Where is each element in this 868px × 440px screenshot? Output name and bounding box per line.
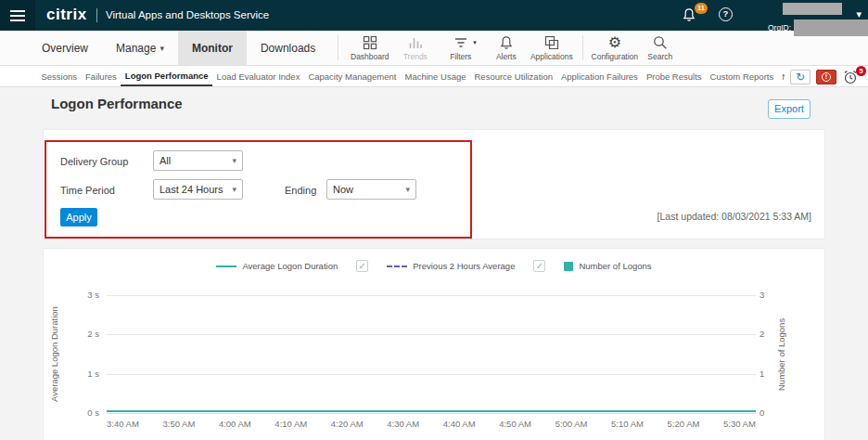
tab-machine-usage[interactable]: Machine Usage	[401, 66, 470, 86]
search-icon	[652, 34, 669, 51]
chevron-down-icon: ▾	[405, 185, 410, 194]
tab-logon-performance[interactable]: Logon Performance	[121, 66, 212, 86]
notifications-button[interactable]: 11	[681, 6, 699, 25]
y-tick-right: 3	[760, 290, 787, 300]
dashboard-button[interactable]: Dashboard	[347, 31, 392, 65]
trends-icon	[407, 34, 424, 51]
nav-item-overview[interactable]: Overview	[28, 31, 102, 65]
top-bar: citrix Virtual Apps and Desktops Service…	[0, 0, 868, 31]
nav-item-monitor[interactable]: Monitor	[178, 31, 247, 65]
y-tick-right: 0	[760, 408, 787, 418]
subnav-actions: ↻ ! 5	[785, 69, 861, 85]
tab-probe-results[interactable]: Probe Results	[642, 66, 706, 86]
exclamation-circle-icon: !	[822, 72, 831, 82]
x-tick-label: 5:30 AM	[723, 419, 756, 429]
legend-item-number-of-logons[interactable]: Number of Logons	[564, 261, 651, 271]
y-tick-left: 2 s	[60, 329, 99, 339]
help-button[interactable]: ?	[719, 7, 733, 21]
chevron-down-icon: ▾	[160, 44, 164, 53]
y-tick-left: 1 s	[60, 369, 99, 379]
filters-button[interactable]: ▾ Filters	[438, 31, 483, 65]
chevron-down-icon: ▾	[232, 185, 236, 194]
alarm-count-badge: 5	[856, 66, 866, 76]
x-tick-label: 3:40 AM	[107, 419, 139, 429]
x-tick-label: 5:20 AM	[668, 419, 700, 429]
hamburger-menu-icon[interactable]	[0, 0, 35, 31]
tab-failures[interactable]: Failures	[82, 66, 121, 86]
citrix-logo: citrix	[46, 6, 87, 24]
error-alert-button[interactable]: !	[816, 70, 836, 84]
org-id-row: OrgID:	[768, 19, 868, 36]
dashed-line-swatch-icon	[387, 265, 407, 267]
delivery-group-label: Delivery Group	[60, 156, 128, 167]
gridline	[107, 413, 756, 414]
nav-item-downloads[interactable]: Downloads	[247, 31, 329, 65]
solid-line-swatch-icon	[216, 265, 236, 267]
applications-button[interactable]: Applications	[529, 31, 574, 65]
alarm-alerts-button[interactable]: 5	[842, 69, 861, 85]
applications-icon	[543, 34, 560, 51]
x-tick-label: 5:10 AM	[611, 419, 644, 429]
monitor-sub-nav: Sessions Failures Logon Performance Load…	[0, 66, 868, 87]
tab-load-evaluator-index[interactable]: Load Evaluator Index	[212, 66, 304, 86]
time-period-value: Last 24 Hours	[160, 184, 223, 195]
time-period-select[interactable]: Last 24 Hours ▾	[153, 179, 243, 200]
x-tick-label: 4:30 AM	[387, 419, 419, 429]
trends-button[interactable]: Trends	[392, 31, 438, 65]
tab-custom-reports[interactable]: Custom Reports	[706, 66, 778, 86]
search-button[interactable]: Search	[637, 31, 683, 65]
legend-item-previous-2-hours[interactable]: Previous 2 Hours Average	[387, 261, 515, 271]
logon-performance-chart-panel: Average Logon Duration ✓ Previous 2 Hour…	[44, 249, 824, 440]
x-tick-label: 5:00 AM	[555, 419, 588, 429]
ending-value: Now	[333, 184, 353, 195]
y-tick-left: 0 s	[60, 408, 99, 418]
filters-icon: ▾	[453, 34, 469, 51]
redacted-account-box	[783, 3, 842, 15]
legend-checkbox-previous[interactable]: ✓	[533, 260, 545, 272]
gridline	[107, 295, 756, 296]
chevron-down-icon: ▾	[232, 156, 236, 165]
alerts-bell-icon	[498, 34, 515, 51]
tab-capacity-management[interactable]: Capacity Management	[304, 66, 401, 86]
dashboard-icon	[362, 34, 378, 51]
tab-sessions[interactable]: Sessions	[37, 66, 82, 86]
gridline	[107, 374, 756, 375]
nav-divider	[338, 35, 338, 60]
x-tick-label: 4:50 AM	[499, 419, 531, 429]
alerts-button[interactable]: Alerts	[483, 31, 529, 65]
tab-application-failures[interactable]: Application Failures	[556, 66, 642, 86]
x-tick-label: 4:40 AM	[443, 419, 476, 429]
legend-checkbox-average[interactable]: ✓	[356, 260, 368, 272]
check-icon: ✓	[359, 262, 366, 271]
gear-icon: ⚙	[608, 34, 621, 51]
ending-select[interactable]: Now ▾	[326, 179, 416, 200]
configuration-button[interactable]: ⚙ Configuration	[592, 31, 637, 65]
citrix-monitor-console: citrix Virtual Apps and Desktops Service…	[0, 0, 868, 440]
notification-count-badge: 11	[695, 3, 708, 14]
main-nav: Overview Manage▾ Monitor Downloads Dashb…	[0, 31, 868, 66]
legend-item-average-logon-duration[interactable]: Average Logon Duration	[216, 261, 338, 271]
y-axis-label-left: Average Logon Duration	[47, 295, 60, 414]
export-button[interactable]: Export	[768, 99, 811, 119]
y-axis-label-right: Number of Logons	[774, 295, 787, 414]
y-tick-right: 2	[760, 329, 787, 339]
delivery-group-select[interactable]: All ▾	[153, 150, 243, 171]
apply-button[interactable]: Apply	[60, 208, 97, 226]
refresh-button[interactable]: ↻	[790, 70, 811, 84]
filter-panel: Delivery Group All ▾ Time Period Last 24…	[44, 130, 824, 239]
average-logon-duration-series-line	[107, 410, 756, 412]
product-title: Virtual Apps and Desktops Service	[106, 9, 269, 20]
tab-resource-utilization[interactable]: Resource Utilization	[470, 66, 556, 86]
filters-chevron-down-icon: ▾	[473, 39, 477, 46]
x-axis-labels: 3:40 AM 3:50 AM 4:00 AM 4:10 AM 4:20 AM …	[107, 419, 756, 429]
nav-item-manage[interactable]: Manage▾	[102, 31, 178, 65]
time-period-label: Time Period	[60, 185, 115, 196]
gridline	[107, 334, 756, 335]
y-tick-right: 1	[760, 369, 787, 379]
nav-divider	[582, 35, 583, 60]
topbar-divider	[96, 8, 97, 22]
redacted-org-id-box	[794, 19, 868, 36]
y-tick-left: 3 s	[60, 290, 99, 300]
square-swatch-icon	[564, 262, 573, 271]
refresh-icon: ↻	[796, 71, 805, 84]
